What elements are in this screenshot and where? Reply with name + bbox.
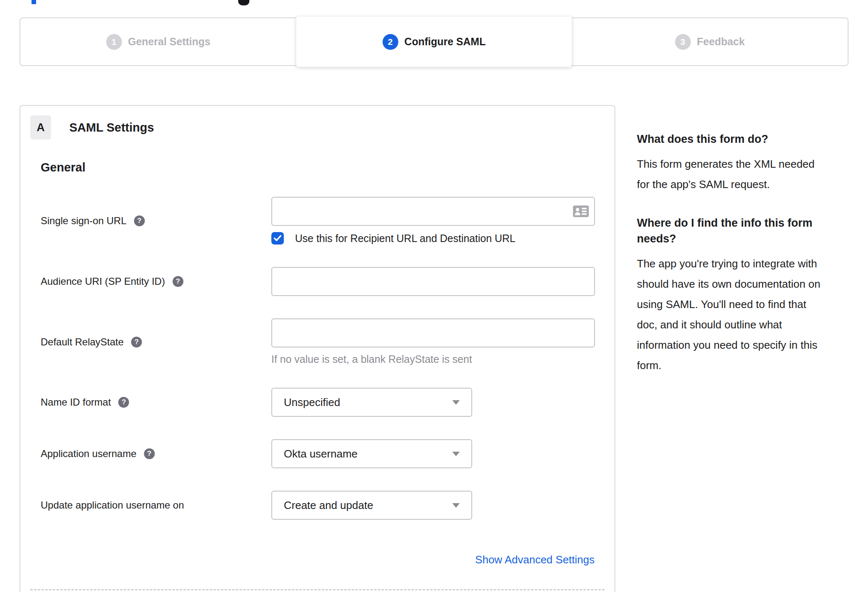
audience-uri-input[interactable] [271,267,595,296]
field-row-update-application-username: Update application username on Create an… [41,491,595,520]
field-row-name-id-format: Name ID format ? Unspecified [41,388,595,417]
help-icon[interactable]: ? [144,448,155,459]
field-label: Default RelayState [41,336,124,348]
selected-value: Okta username [284,448,358,460]
checkmark-icon [273,235,282,242]
saml-settings-panel: A SAML Settings General Single sign-on U… [20,105,615,592]
caret-down-icon [452,452,460,456]
field-label: Audience URI (SP Entity ID) [41,276,165,287]
show-advanced-settings-link[interactable]: Show Advanced Settings [475,553,595,566]
help-icon[interactable]: ? [131,337,142,347]
header-icon-fragment [238,0,249,5]
group-heading-general: General [41,161,595,174]
single-sign-on-url-input[interactable] [271,197,595,226]
caret-down-icon [452,503,460,508]
help-section-form-purpose: What does this form do? This form genera… [637,131,851,195]
default-relaystate-input[interactable] [271,318,595,347]
help-section-title: What does this form do? [637,131,851,147]
help-icon[interactable]: ? [173,276,183,287]
field-label: Single sign-on URL [41,215,127,227]
selected-value: Create and update [284,499,373,512]
section-letter-badge: A [30,115,51,139]
caret-down-icon [452,400,460,405]
field-label: Application username [41,448,137,460]
field-label: Update application username on [41,499,184,511]
step-number-badge: 1 [106,34,122,50]
dashed-section-divider [30,589,605,590]
step-label: Configure SAML [405,36,486,48]
help-section-find-info: Where do I find the info this form needs… [637,215,851,376]
update-application-username-select[interactable]: Create and update [271,491,472,520]
step-general-settings[interactable]: 1 General Settings [20,18,296,65]
name-id-format-select[interactable]: Unspecified [271,388,472,417]
relaystate-hint: If no value is set, a blank RelayState i… [271,353,595,365]
help-icon[interactable]: ? [118,397,129,408]
help-section-body: The app you're trying to integrate with … [637,254,851,376]
selected-value: Unspecified [284,396,340,409]
wizard-stepper: 1 General Settings 2 Configure SAML 3 Fe… [20,17,848,66]
checkbox-label: Use this for Recipient URL and Destinati… [295,232,515,245]
help-section-body: This form generates the XML needed for t… [637,154,851,195]
field-row-audience-uri: Audience URI (SP Entity ID) ? [41,267,595,296]
step-number-badge: 2 [383,34,398,50]
help-sidebar: What does this form do? This form genera… [637,131,851,376]
field-row-application-username: Application username ? Okta username [41,439,595,468]
step-label: General Settings [128,36,211,48]
page-title-fragment [32,0,36,4]
contact-card-icon[interactable] [573,205,589,217]
help-section-title: Where do I find the info this form needs… [637,215,851,247]
step-label: Feedback [697,36,745,48]
application-username-select[interactable]: Okta username [271,439,472,468]
section-title: SAML Settings [69,121,154,135]
field-row-single-sign-on-url: Single sign-on URL ? [41,197,595,245]
step-number-badge: 3 [675,34,691,50]
step-feedback[interactable]: 3 Feedback [572,18,848,65]
field-row-default-relaystate: Default RelayState ? If no value is set,… [41,318,595,365]
help-icon[interactable]: ? [134,215,145,226]
field-label: Name ID format [41,396,111,408]
step-configure-saml[interactable]: 2 Configure SAML [296,17,572,67]
recipient-url-checkbox[interactable] [271,232,284,245]
